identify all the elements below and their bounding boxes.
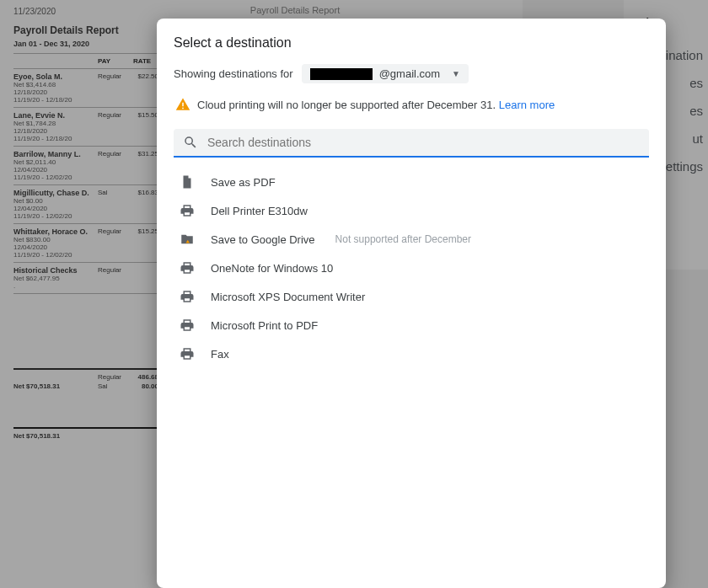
destination-label: Microsoft Print to PDF xyxy=(211,319,318,332)
destination-label: Save to Google Drive xyxy=(211,233,315,246)
drive-folder-icon xyxy=(179,231,196,248)
destination-item[interactable]: Save to Google DriveNot supported after … xyxy=(174,225,649,254)
destination-item[interactable]: OneNote for Windows 10 xyxy=(174,254,649,282)
warning-bar: Cloud printing will no longer be support… xyxy=(174,95,649,117)
file-icon xyxy=(179,174,196,190)
svg-rect-0 xyxy=(182,103,184,107)
search-input[interactable] xyxy=(207,136,641,149)
destination-label: Dell Printer E310dw xyxy=(211,205,308,217)
destination-label: Fax xyxy=(211,348,229,361)
chevron-down-icon: ▼ xyxy=(452,69,460,78)
showing-row: Showing destinations for @gmail.com ▼ xyxy=(174,64,649,83)
printer-icon xyxy=(179,202,196,219)
email-suffix: @gmail.com xyxy=(379,67,440,80)
destination-label: Save as PDF xyxy=(211,176,276,189)
destination-list: Save as PDFDell Printer E310dwSave to Go… xyxy=(174,168,649,368)
learn-more-link[interactable]: Learn more xyxy=(499,99,555,111)
destination-note: Not supported after December xyxy=(335,233,471,245)
destination-item[interactable]: Fax xyxy=(174,339,649,368)
printer-icon xyxy=(179,259,196,276)
printer-icon xyxy=(179,288,196,305)
svg-rect-1 xyxy=(182,108,184,110)
account-dropdown[interactable]: @gmail.com ▼ xyxy=(302,64,469,83)
destination-label: OneNote for Windows 10 xyxy=(211,262,333,275)
destination-label: Microsoft XPS Document Writer xyxy=(211,291,365,303)
warning-icon xyxy=(175,97,190,112)
printer-icon xyxy=(179,317,196,334)
search-icon xyxy=(182,134,199,151)
warning-text: Cloud printing will no longer be support… xyxy=(197,99,496,111)
destination-item[interactable]: Microsoft XPS Document Writer xyxy=(174,282,649,311)
modal-title: Select a destination xyxy=(174,35,649,51)
email-redacted xyxy=(310,68,373,80)
destination-item[interactable]: Microsoft Print to PDF xyxy=(174,311,649,339)
destination-item[interactable]: Save as PDF xyxy=(174,168,649,196)
search-box[interactable] xyxy=(174,129,649,158)
printer-icon xyxy=(179,345,196,362)
select-destination-modal: Select a destination Showing destination… xyxy=(157,19,666,588)
showing-label: Showing destinations for xyxy=(174,67,293,80)
destination-item[interactable]: Dell Printer E310dw xyxy=(174,196,649,225)
